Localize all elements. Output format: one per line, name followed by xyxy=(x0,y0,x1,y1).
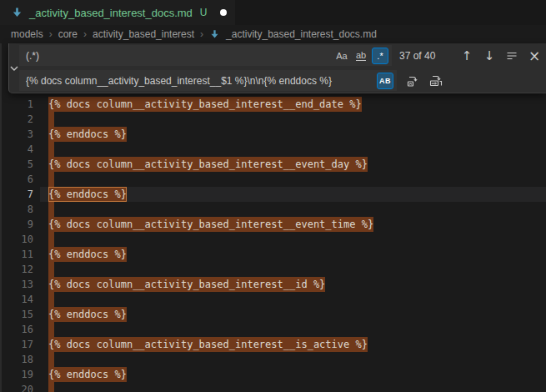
code-line[interactable]: 17{% docs column__activity_based_interes… xyxy=(0,337,546,352)
line-content: {% enddocs %} xyxy=(48,307,127,322)
code-line[interactable]: 1{% docs column__activity_based_interest… xyxy=(0,97,546,112)
line-content xyxy=(48,262,54,277)
code-line[interactable]: 10 xyxy=(0,232,546,247)
code-line[interactable]: 6 xyxy=(0,172,546,187)
search-match: {% enddocs %} xyxy=(48,247,127,262)
breadcrumb-item-activity-based-interest[interactable]: activity_based_interest xyxy=(93,28,194,40)
empty-line-match xyxy=(48,142,54,157)
editor[interactable]: 1{% docs column__activity_based_interest… xyxy=(0,43,546,392)
close-find-button[interactable]: × xyxy=(525,47,543,65)
code-line[interactable]: 15{% enddocs %} xyxy=(0,307,546,322)
line-number: 11 xyxy=(0,247,33,262)
code-line[interactable]: 13{% docs column__activity_based_interes… xyxy=(0,277,546,292)
line-number: 14 xyxy=(0,292,33,307)
search-match: {% docs column__activity_based_interest_… xyxy=(48,97,362,112)
line-content xyxy=(48,352,54,367)
find-in-selection-button[interactable] xyxy=(503,47,521,65)
line-content: {% enddocs %} xyxy=(48,247,127,262)
replace-value: {% docs column__activity_based_interest_… xyxy=(26,75,377,87)
empty-line-match xyxy=(48,202,54,217)
code-lines: 1{% docs column__activity_based_interest… xyxy=(0,97,546,392)
code-line[interactable]: 4 xyxy=(0,142,546,157)
replace-button[interactable] xyxy=(403,72,422,90)
regex-icon[interactable]: .* xyxy=(372,48,388,64)
search-match: {% docs column__activity_based_interest_… xyxy=(48,217,373,232)
line-number: 17 xyxy=(0,337,33,352)
next-match-button[interactable]: ↓ xyxy=(480,47,498,65)
replace-icon xyxy=(406,74,419,88)
code-line[interactable]: 5{% docs column__activity_based_interest… xyxy=(0,157,546,172)
chevron-right-icon: › xyxy=(49,28,53,40)
breadcrumb-item-core[interactable]: core xyxy=(58,28,78,40)
tab-activity-docs[interactable]: _activity_based_interest_docs.md U xyxy=(0,0,235,25)
close-icon: × xyxy=(528,48,540,64)
preserve-case-icon[interactable]: AB xyxy=(377,73,393,89)
line-content xyxy=(48,142,54,157)
code-line[interactable]: 16 xyxy=(0,322,546,337)
line-number: 2 xyxy=(0,112,33,127)
code-line[interactable]: 7{% enddocs %} xyxy=(0,187,546,202)
line-number: 13 xyxy=(0,277,33,292)
line-number: 4 xyxy=(0,142,33,157)
arrow-up-icon: ↑ xyxy=(462,48,473,63)
chevron-down-icon xyxy=(9,65,19,72)
markdown-file-icon xyxy=(11,7,23,19)
search-match: {% docs column__activity_based_interest_… xyxy=(48,337,368,352)
line-number: 18 xyxy=(0,352,33,367)
search-match: {% docs column__activity_based_interest_… xyxy=(48,157,368,172)
code-line[interactable]: 19{% enddocs %} xyxy=(0,367,546,382)
search-match: {% enddocs %} xyxy=(48,307,127,322)
line-content: {% enddocs %} xyxy=(48,187,127,202)
line-content xyxy=(48,172,54,187)
chevron-right-icon: › xyxy=(83,28,87,40)
whole-word-icon[interactable]: ab xyxy=(353,48,369,64)
breadcrumb-item-models[interactable]: models xyxy=(11,28,43,40)
line-number: 6 xyxy=(0,172,33,187)
empty-line-match xyxy=(48,262,54,277)
find-in-selection-icon xyxy=(506,50,518,62)
code-line[interactable]: 11{% enddocs %} xyxy=(0,247,546,262)
line-number: 7 xyxy=(0,187,33,202)
code-line[interactable]: 12 xyxy=(0,262,546,277)
empty-line-match xyxy=(48,322,54,337)
line-content xyxy=(48,292,54,307)
tab-filename: _activity_based_interest_docs.md xyxy=(29,7,193,19)
line-content: {% docs column__activity_based_interest_… xyxy=(48,157,368,172)
line-content xyxy=(48,202,54,217)
line-number: 1 xyxy=(0,97,33,112)
previous-match-button[interactable]: ↑ xyxy=(458,47,476,65)
line-number: 19 xyxy=(0,367,33,382)
replace-all-icon xyxy=(429,74,443,88)
empty-line-match xyxy=(48,172,54,187)
match-case-icon[interactable]: Aa xyxy=(333,48,350,64)
toggle-replace-button[interactable] xyxy=(9,43,19,93)
code-line[interactable]: 20 xyxy=(0,382,546,392)
line-content: {% enddocs %} xyxy=(48,367,127,382)
breadcrumb-item-file[interactable]: _activity_based_interest_docs.md xyxy=(226,28,377,40)
code-line[interactable]: 18 xyxy=(0,352,546,367)
code-line[interactable]: 3{% enddocs %} xyxy=(0,127,546,142)
line-content xyxy=(48,382,54,392)
replace-all-button[interactable] xyxy=(427,72,445,90)
modified-dot[interactable] xyxy=(220,9,227,16)
code-line[interactable]: 9{% docs column__activity_based_interest… xyxy=(0,217,546,232)
empty-line-match xyxy=(48,382,54,392)
empty-line-match xyxy=(48,112,54,127)
line-number: 15 xyxy=(0,307,33,322)
search-match: {% docs column__activity_based_interest_… xyxy=(48,277,325,292)
code-line[interactable]: 2 xyxy=(0,112,546,127)
line-content: {% docs column__activity_based_interest_… xyxy=(48,337,368,352)
replace-input[interactable]: {% docs column__activity_based_interest_… xyxy=(19,70,397,91)
line-content: {% docs column__activity_based_interest_… xyxy=(48,277,325,292)
git-status-badge: U xyxy=(200,7,208,18)
code-line[interactable]: 14 xyxy=(0,292,546,307)
find-input[interactable]: (.*) Aa ab .* xyxy=(19,45,392,66)
current-search-match: {% enddocs %} xyxy=(48,187,127,202)
code-line[interactable]: 8 xyxy=(0,202,546,217)
line-number: 5 xyxy=(0,157,33,172)
markdown-file-icon xyxy=(209,29,220,40)
line-content: {% docs column__activity_based_interest_… xyxy=(48,97,362,112)
match-count: 37 of 40 xyxy=(399,50,448,62)
find-query: (.*) xyxy=(26,50,333,62)
line-content xyxy=(48,232,54,247)
